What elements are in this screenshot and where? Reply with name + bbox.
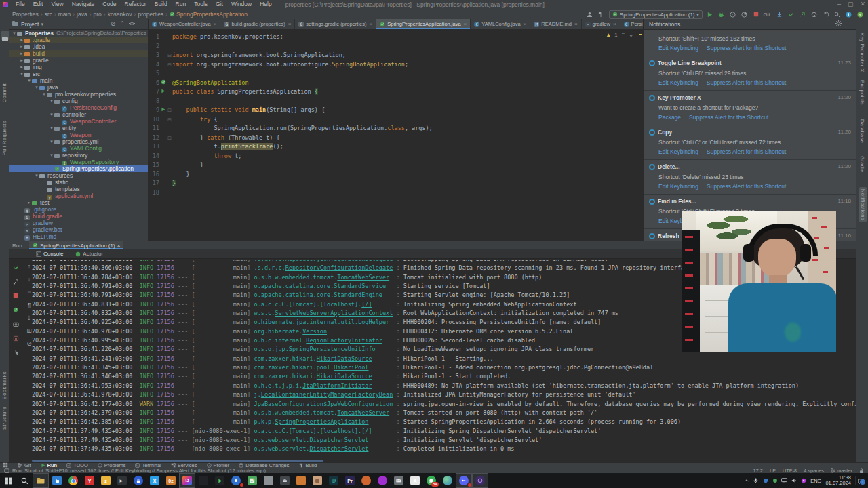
git-commit-icon[interactable]	[787, 10, 795, 18]
editor-tab-springpropertiesapplication-java[interactable]: SpringPropertiesApplication.java×	[376, 19, 471, 29]
stop-button[interactable]	[752, 10, 760, 18]
tree-item-springpropertiesapplication[interactable]: SpringPropertiesApplication	[9, 165, 148, 172]
notification-link[interactable]: Suppress Alert for this Shortcut	[689, 114, 768, 121]
code-line[interactable]: 17}	[149, 179, 643, 188]
taskbar-app-heat-app[interactable]	[374, 473, 391, 488]
tray-shield-icon[interactable]	[762, 478, 768, 484]
editor-tab-gradlew[interactable]: >gradlew×	[582, 19, 620, 29]
tree-item--gitignore[interactable]: g.gitignore	[9, 206, 148, 213]
tree-item-build-gradle[interactable]: Gbuild.gradle	[9, 213, 148, 220]
notification-link[interactable]: Edit Keybinding	[658, 45, 698, 52]
fold-marker[interactable]: ⊟	[167, 51, 172, 60]
console-clear-console-icon[interactable]: ⊘	[26, 340, 32, 347]
close-tab-icon[interactable]: ×	[464, 21, 467, 27]
tree-chevron-icon[interactable]: ▾	[34, 172, 39, 179]
action-center-button[interactable]: 1	[855, 476, 865, 485]
taskbar-app-github-desktop[interactable]	[472, 473, 488, 488]
sidebar-item-key-promoter-x[interactable]: Key Promoter X	[859, 33, 865, 73]
close-tab-icon[interactable]: ×	[117, 243, 121, 249]
fold-marker[interactable]: ⊟	[167, 134, 172, 143]
search-everywhere-icon[interactable]	[833, 10, 841, 18]
tree-chevron-icon[interactable]: ▾	[19, 70, 24, 77]
logger-link[interactable]: p.k.p.SpringPropertiesApplication	[254, 418, 369, 425]
debug-button[interactable]	[717, 10, 726, 18]
collapse-all-icon[interactable]: ⌃	[119, 20, 125, 28]
pin-icon[interactable]	[12, 348, 20, 357]
menu-item-build[interactable]: Build	[151, 0, 172, 9]
tray-volume-icon[interactable]	[791, 478, 797, 484]
tree-item-properties[interactable]: ▾PropertiesC:\Projects\SpringDataJpa\Pro…	[9, 30, 148, 37]
settings-gear-icon[interactable]	[129, 20, 135, 28]
console-down-stack-trace-icon[interactable]: ↓	[28, 276, 31, 283]
tab-actuator[interactable]: Actuator	[75, 251, 103, 257]
code-line[interactable]: 9⊟ public static void main(String[] args…	[149, 106, 643, 115]
logger-link[interactable]: com.zaxxer.hikari.HikariDataSource	[254, 355, 372, 362]
tree-chevron-icon[interactable]: ▾	[26, 77, 32, 84]
tree-item-templates[interactable]: templates	[9, 186, 148, 192]
editor-tab-weaponcontroller-java[interactable]: CWeaponController.java×	[149, 19, 220, 29]
code-line[interactable]: 11 SpringApplication.run(SpringPropertie…	[149, 124, 643, 134]
tray-leaf-icon[interactable]	[772, 478, 778, 484]
taskbar-app-premiere-pro[interactable]: Pr	[342, 473, 358, 488]
taskbar-app-portrait-app[interactable]	[309, 473, 326, 488]
code-line[interactable]: 16 }	[149, 170, 643, 180]
code-line[interactable]: 6@SpringBootApplication	[149, 79, 643, 88]
taskbar-app-globe-app[interactable]	[439, 473, 456, 488]
taskbar-app-intellij-idea[interactable]: IJ	[179, 473, 195, 488]
notification-link[interactable]: Edit Keybinding	[658, 79, 698, 86]
notifications-hide-icon[interactable]: —	[847, 20, 853, 28]
logger-link[interactable]: j.LocalContainerEntityManagerFactoryBean	[254, 391, 393, 398]
notification-link[interactable]: Suppress Alert for this Shortcut	[707, 45, 786, 52]
close-icon[interactable]: ✕	[860, 0, 865, 9]
logger-link[interactable]: o.s.web.servlet.DispatcherServlet	[254, 445, 369, 452]
logger-link[interactable]: o.s.web.servlet.DispatcherServlet	[254, 436, 369, 443]
notification-card[interactable]: Key Promoter X11:20Want to create a shor…	[644, 91, 856, 125]
tree-chevron-icon[interactable]: ▸	[26, 199, 32, 206]
code-line[interactable]: 12⊟ } catch (Throwable t) {	[149, 134, 643, 143]
coverage-button[interactable]	[741, 10, 749, 18]
tree-item-weaponcontroller[interactable]: CWeaponController	[9, 118, 148, 125]
editor-tab-readme-md[interactable]: MREADME.md×	[530, 19, 581, 29]
code-line[interactable]: 10⊟ try {	[149, 115, 643, 125]
tree-item--gradle[interactable]: ▸.gradle	[9, 37, 148, 43]
taskbar-app-android-emulator[interactable]	[212, 473, 228, 488]
code-line[interactable]: 2	[149, 42, 643, 52]
editor-tab-yamlconfig-java[interactable]: CYAMLConfig.java×	[471, 19, 530, 29]
console-soft-wrap-icon[interactable]: ¶	[28, 302, 31, 308]
tree-chevron-icon[interactable]: ▾	[34, 84, 39, 91]
stop-icon[interactable]	[12, 291, 20, 300]
run-button[interactable]	[706, 10, 714, 18]
code-line[interactable]: 8	[149, 97, 643, 106]
editor-tab-build-gradle-properties-[interactable]: Gbuild.gradle (properties)×	[220, 19, 295, 29]
breadcrumb-item[interactable]: Properties	[11, 11, 40, 18]
menu-item-window[interactable]: Window	[227, 0, 256, 9]
tree-item-weaponrepository[interactable]: IWeaponRepository	[9, 159, 148, 165]
breadcrumb-item[interactable]: SpringPropertiesApplication	[168, 11, 249, 18]
notification-card[interactable]: Delete...11:20Shortcut 'Delete' missed 2…	[644, 160, 856, 195]
sidebar-item-commit[interactable]: Commit	[1, 83, 7, 102]
code-line[interactable]: 1package pro.kosenkov.properties;	[149, 33, 643, 42]
tree-item-persistenceconfig[interactable]: CPersistenceConfig	[9, 104, 148, 111]
tree-item-gradle[interactable]: ▸gradle	[9, 57, 148, 64]
code-line[interactable]: 15 }	[149, 161, 643, 170]
profiler-button[interactable]	[729, 10, 737, 18]
logger-link[interactable]: .s.d.r.c.RepositoryConfigurationDelegate	[254, 264, 393, 271]
tree-item-resources[interactable]: ▾resources	[9, 172, 148, 179]
user-icon[interactable]	[586, 10, 594, 18]
maximize-icon[interactable]: ▢	[848, 0, 854, 9]
logger-link[interactable]: o.apache.catalina.core.StandardEngine	[254, 291, 382, 298]
notifications-header[interactable]: Notifications —	[643, 19, 856, 30]
tree-chevron-icon[interactable]: ▸	[19, 57, 24, 64]
tree-chevron-icon[interactable]: ▾	[12, 30, 17, 37]
notification-link[interactable]: Suppress Alert for this Shortcut	[707, 79, 786, 86]
dump-threads-icon[interactable]	[12, 334, 20, 342]
notifications-settings-gear-icon[interactable]	[835, 20, 842, 28]
menu-item-tools[interactable]: Tools	[190, 0, 212, 9]
taskbar-app-whatsapp[interactable]: 54	[423, 473, 439, 488]
sidebar-item-pull-requests[interactable]: Pull Requests	[1, 121, 7, 155]
notification-card[interactable]: Copy11:20Shortcut 'Ctrl+C' or 'Ctrl+Inse…	[644, 125, 856, 160]
prev-issue-icon[interactable]: ⌃	[621, 32, 626, 38]
tree-item-gradlew-bat[interactable]: >gradlew.bat	[9, 226, 148, 233]
fold-marker[interactable]: ⊟	[167, 60, 172, 70]
logger-link[interactable]: o.h.c.internal.RegionFactoryInitiator	[254, 337, 382, 344]
